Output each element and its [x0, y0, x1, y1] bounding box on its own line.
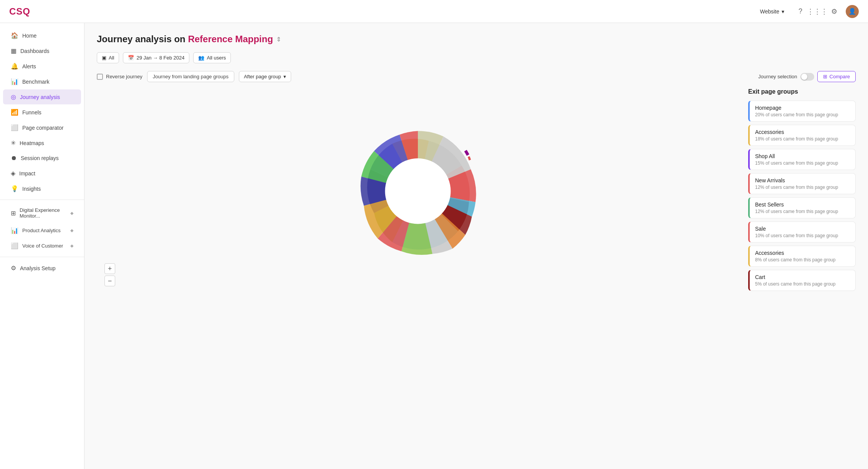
sidebar-item-analysis-setup[interactable]: ⚙ Analysis Setup [3, 261, 81, 276]
sidebar-label-voice-of-customer: Voice of Customer [22, 243, 63, 249]
sidebar-item-funnels[interactable]: 📶 Funnels [3, 105, 81, 120]
sidebar-label-home: Home [22, 33, 36, 39]
compare-icon: ⊞ [823, 74, 827, 79]
exit-item-name: Homepage [755, 105, 850, 111]
sidebar-label-digital-experience: Digital Experience Monitor... [20, 207, 66, 219]
website-selector[interactable]: Website ▾ [755, 6, 789, 17]
sidebar-tertiary: ⚙ Analysis Setup [0, 260, 84, 276]
sidebar-badge-voice-of-customer: ◆ [70, 243, 73, 248]
main-content: Journey analysis on Reference Mapping ⇕ … [84, 23, 868, 469]
page-title-chevron[interactable]: ⇕ [276, 36, 281, 43]
svg-rect-2 [468, 156, 471, 160]
exit-item-desc: 15% of users came from this page group [755, 160, 850, 166]
sidebar-label-product-analytics: Product Analytics [22, 228, 61, 233]
sidebar: 🏠 Home ▦ Dashboards 🔔 Alerts 📊 Benchmark… [0, 23, 84, 469]
sidebar-label-page-comparator: Page comparator [22, 125, 63, 131]
help-icon[interactable]: ? [795, 6, 806, 17]
zoom-controls: + − [104, 263, 115, 286]
sidebar-icon-heatmaps: ✳ [11, 139, 16, 147]
all-icon: ▣ [102, 55, 106, 61]
sidebar-item-heatmaps[interactable]: ✳ Heatmaps [3, 135, 81, 150]
date-filter-btn[interactable]: 📅 29 Jan → 8 Feb 2024 [123, 52, 189, 63]
sidebar-icon-page-comparator: ⬜ [11, 124, 18, 131]
sidebar-label-journey-analysis: Journey analysis [20, 94, 60, 100]
exit-item-desc: 5% of users came from this page group [755, 281, 850, 287]
exit-item-name: Shop All [755, 153, 850, 159]
topnav-right: Website ▾ ? ⋮⋮⋮ ⚙ 👤 [755, 5, 859, 18]
sidebar-item-alerts[interactable]: 🔔 Alerts [3, 59, 81, 74]
settings-icon[interactable]: ⚙ [829, 6, 840, 17]
sidebar-label-benchmark: Benchmark [22, 79, 50, 85]
exit-item-desc: 18% of users came from this page group [755, 136, 850, 142]
all-label: All [109, 55, 114, 61]
all-filter-btn[interactable]: ▣ All [97, 52, 119, 63]
sidebar-item-product-analytics[interactable]: 📊 Product Analytics ◆ [3, 223, 81, 238]
sidebar-icon-impact: ◈ [11, 170, 15, 177]
exit-item-desc: 12% of users came from this page group [755, 185, 850, 190]
avatar[interactable]: 👤 [846, 5, 859, 18]
zoom-in-button[interactable]: + [104, 263, 115, 274]
sidebar-icon-dashboards: ▦ [11, 47, 17, 54]
grid-icon[interactable]: ⋮⋮⋮ [812, 6, 823, 17]
sidebar-item-page-comparator[interactable]: ⬜ Page comparator [3, 120, 81, 135]
exit-item[interactable]: Best Sellers 12% of users came from this… [748, 197, 856, 218]
sidebar-icon-benchmark: 📊 [11, 78, 18, 85]
chevron-down-icon: ▾ [782, 8, 784, 15]
exit-item-name: Sale [755, 226, 850, 232]
reverse-journey: Reverse journey [97, 74, 142, 80]
exit-item[interactable]: New Arrivals 12% of users came from this… [748, 173, 856, 194]
sidebar-item-benchmark[interactable]: 📊 Benchmark [3, 74, 81, 89]
toggle-knob [801, 74, 807, 80]
exit-items-container: Homepage 20% of users came from this pag… [748, 101, 856, 291]
journey-selection: Journey selection ⊞ Compare [758, 71, 856, 82]
exit-item[interactable]: Sale 10% of users came from this page gr… [748, 221, 856, 243]
calendar-icon: 📅 [128, 55, 134, 61]
compare-button[interactable]: ⊞ Compare [817, 71, 856, 82]
sidebar-label-insights: Insights [22, 186, 41, 192]
app-body: 🏠 Home ▦ Dashboards 🔔 Alerts 📊 Benchmark… [0, 23, 868, 469]
users-label: All users [207, 55, 226, 61]
exit-panel-title: Exit page groups [748, 88, 856, 95]
sidebar-label-funnels: Funnels [22, 109, 41, 116]
sidebar-secondary: ⊞ Digital Experience Monitor... ◆ 📊 Prod… [0, 203, 84, 254]
reverse-journey-label: Reverse journey [106, 74, 142, 79]
filter-bar: ▣ All 📅 29 Jan → 8 Feb 2024 👥 All users [97, 52, 856, 63]
reference-label: Reference Mapping [188, 34, 273, 44]
users-filter-btn[interactable]: 👥 All users [193, 52, 231, 63]
exit-item[interactable]: Accessories 18% of users came from this … [748, 125, 856, 146]
sidebar-icon-funnels: 📶 [11, 109, 18, 116]
chevron-down-icon: ▾ [283, 74, 286, 79]
sidebar-label-dashboards: Dashboards [20, 48, 50, 54]
sidebar-label-alerts: Alerts [22, 63, 36, 69]
exit-item-desc: 8% of users came from this page group [755, 257, 850, 263]
exit-item[interactable]: Cart 5% of users came from this page gro… [748, 270, 856, 291]
exit-item[interactable]: Shop All 15% of users came from this pag… [748, 149, 856, 170]
sidebar-icon-analysis-setup: ⚙ [11, 264, 16, 272]
sidebar-item-insights[interactable]: 💡 Insights [3, 181, 81, 196]
sidebar-item-digital-experience[interactable]: ⊞ Digital Experience Monitor... ◆ [3, 203, 81, 223]
exit-item[interactable]: Accessories 8% of users came from this p… [748, 246, 856, 267]
sidebar-item-voice-of-customer[interactable]: ⬜ Voice of Customer ◆ [3, 238, 81, 253]
exit-item-name: Accessories [755, 250, 850, 256]
from-landing-btn[interactable]: Journey from landing page groups [147, 71, 234, 82]
svg-point-0 [385, 159, 451, 224]
page-title: Journey analysis on Reference Mapping [97, 34, 273, 45]
reverse-journey-checkbox[interactable] [97, 74, 103, 80]
sidebar-item-home[interactable]: 🏠 Home [3, 28, 81, 43]
exit-item-name: Accessories [755, 129, 850, 135]
sidebar-item-dashboards[interactable]: ▦ Dashboards [3, 43, 81, 58]
sidebar-item-journey-analysis[interactable]: ◎ Journey analysis [3, 89, 81, 104]
zoom-out-button[interactable]: − [104, 276, 115, 286]
exit-panel: Exit page groups Homepage 20% of users c… [748, 88, 856, 294]
svg-rect-1 [464, 150, 469, 156]
users-icon: 👥 [198, 55, 204, 61]
journey-selection-toggle[interactable] [800, 73, 814, 81]
exit-item[interactable]: Homepage 20% of users came from this pag… [748, 101, 856, 122]
sidebar-icon-product-analytics: 📊 [11, 227, 18, 234]
sidebar-icon-digital-experience: ⊞ [11, 210, 16, 217]
sidebar-item-session-replays[interactable]: ⏺ Session replays [3, 151, 81, 165]
sidebar-item-impact[interactable]: ◈ Impact [3, 166, 81, 181]
journey-controls: Reverse journey Journey from landing pag… [97, 71, 856, 82]
sidebar-badge-product-analytics: ◆ [70, 228, 73, 233]
after-page-group-btn[interactable]: After page group ▾ [239, 71, 291, 82]
